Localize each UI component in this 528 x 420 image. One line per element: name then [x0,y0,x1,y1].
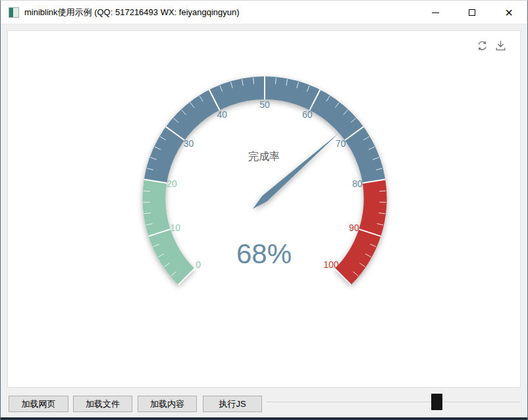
minimize-icon [432,13,439,13]
maximize-button[interactable] [454,1,490,24]
window-title: miniblink使用示例 (QQ: 517216493 WX: feiyang… [24,1,240,24]
load-file-button[interactable]: 加载文件 [73,396,132,412]
load-content-button[interactable]: 加载内容 [138,396,197,412]
zoom-slider-track[interactable] [267,402,520,404]
slider-handle[interactable] [431,394,442,410]
gauge-axis-label: 50 [259,99,270,110]
app-logo-icon [9,7,19,18]
minimize-button[interactable] [417,1,454,24]
gauge-axis-label: 80 [352,178,363,189]
gauge-axis-label: 20 [167,178,177,189]
window-bottom-edge [1,417,527,419]
app-window: miniblink使用示例 (QQ: 517216493 WX: feiyang… [0,0,528,420]
load-webpage-button[interactable]: 加载网页 [9,396,68,412]
chart-panel: 0102030405060708090100 完成率 68% [7,30,521,388]
gauge-axis-label: 70 [336,138,346,149]
gauge-axis-label: 90 [349,223,359,233]
gauge-axis-label: 40 [217,109,227,120]
gauge-detail: 68% [8,240,520,269]
gauge-axis-label: 30 [184,138,194,149]
gauge-needle [253,134,338,209]
close-button[interactable]: × [490,1,527,24]
save-image-icon[interactable] [494,39,507,52]
restore-icon[interactable] [476,39,488,52]
title-bar: miniblink使用示例 (QQ: 517216493 WX: feiyang… [1,1,527,24]
close-icon: × [505,6,513,19]
maximize-icon [469,9,475,16]
chart-toolbox [476,39,507,52]
gauge-axis-label: 10 [171,223,181,233]
gauge-chart: 0102030405060708090100 [8,31,520,387]
gauge-axis-label: 60 [302,109,313,120]
gauge-title: 完成率 [8,150,520,163]
execute-js-button[interactable]: 执行JS [203,396,262,412]
